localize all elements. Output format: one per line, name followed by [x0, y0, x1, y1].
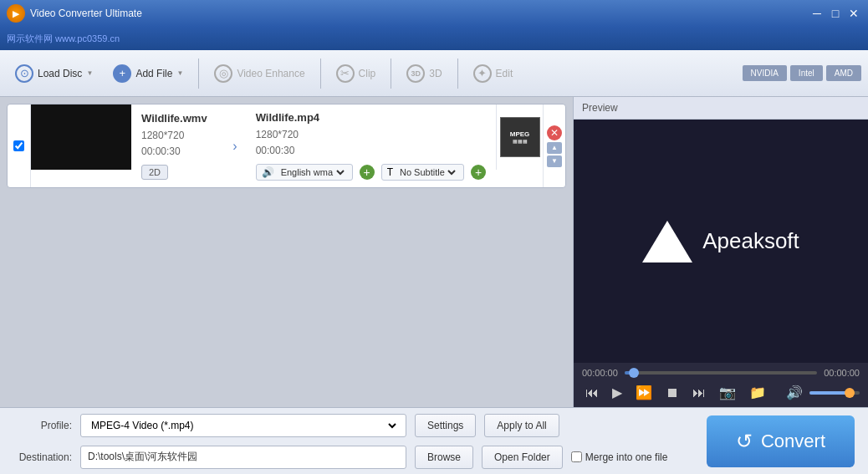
preview-screen: Apeaksoft	[574, 120, 868, 363]
preview-triangle-icon	[642, 221, 692, 262]
preview-brand: Apeaksoft	[702, 228, 799, 254]
progress-bar[interactable]	[625, 371, 817, 375]
titlebar: ▶ Video Converter Ultimate ─ □ ✕	[0, 0, 868, 27]
add-file-icon: +	[113, 64, 131, 83]
merge-checkbox-container: Merge into one file	[571, 451, 668, 463]
progress-thumb[interactable]	[629, 368, 639, 378]
watermark-bar: 网示软件网 www.pc0359.cn	[0, 27, 868, 50]
subtitle-icon: T	[387, 166, 393, 178]
profile-select[interactable]: MPEG-4 Video (*.mp4)	[88, 419, 399, 432]
merge-label: Merge into one file	[585, 451, 668, 463]
convert-button[interactable]: ↺ Convert	[707, 415, 855, 467]
add-file-dropdown[interactable]: ▼	[176, 68, 183, 79]
file-input-name: Wildlife.wmv	[141, 112, 214, 125]
step-back-button[interactable]: ⏮	[582, 384, 602, 402]
threed-button[interactable]: 3D 3D	[398, 59, 450, 88]
audio-select-container[interactable]: 🔊 English wma	[256, 164, 353, 181]
file-input-duration: 00:00:30	[141, 145, 181, 157]
file-item: Wildlife.wmv 1280*720 00:00:30 2D › Wild…	[7, 104, 566, 188]
play-button[interactable]: ▶	[609, 383, 625, 402]
snapshot-button[interactable]: 📷	[716, 383, 739, 402]
add-audio-button[interactable]: +	[360, 165, 375, 180]
file-panel: Wildlife.wmv 1280*720 00:00:30 2D › Wild…	[0, 97, 573, 407]
volume-icon-button[interactable]: 🔊	[783, 383, 806, 402]
file-extras: 2D	[141, 165, 214, 180]
bottom-bar: Profile: MPEG-4 Video (*.mp4) Settings A…	[0, 407, 868, 474]
remove-file-button[interactable]: ✕	[547, 125, 562, 140]
destination-label: Destination:	[13, 451, 72, 463]
volume-bar[interactable]	[809, 391, 860, 395]
fast-forward-button[interactable]: ⏩	[632, 383, 656, 402]
file-output-info: Wildlife.mp4 1280*720 00:00:30 🔊 English…	[246, 104, 496, 187]
toolbar: ⊙ Load Disc ▼ + Add File ▼ ◎ Video Enhan…	[0, 50, 868, 97]
subtitle-select[interactable]: No Subtitle	[396, 166, 458, 178]
step-forward-button[interactable]: ⏭	[689, 384, 709, 402]
add-subtitle-button[interactable]: +	[471, 165, 486, 180]
file-input-info: Wildlife.wmv 1280*720 00:00:30 2D	[131, 104, 224, 187]
edit-label: Edit	[496, 68, 513, 79]
time-bar: 00:00:00 00:00:00	[582, 368, 860, 378]
file-output-extras: 🔊 English wma + T No Subtitle +	[256, 164, 486, 181]
file-output-name: Wildlife.mp4	[256, 111, 486, 124]
clip-button[interactable]: ✂ Clip	[328, 59, 385, 88]
audio-select[interactable]: English wma	[278, 166, 347, 178]
main-area: Wildlife.wmv 1280*720 00:00:30 2D › Wild…	[0, 97, 868, 407]
edit-button[interactable]: ✦ Edit	[465, 59, 522, 88]
preview-controls: 00:00:00 00:00:00 ⏮ ▶ ⏩ ⏹ ⏭ 📷 📁 🔊	[574, 363, 868, 407]
window-controls: ─ □ ✕	[809, 6, 861, 21]
stop-button[interactable]: ⏹	[662, 384, 682, 402]
add-file-button[interactable]: + Add File ▼	[105, 59, 191, 88]
file-checkbox[interactable]	[13, 140, 24, 151]
merge-checkbox[interactable]	[571, 451, 582, 462]
threed-label: 3D	[429, 68, 442, 79]
file-input-meta: 1280*720 00:00:30	[141, 128, 214, 160]
move-down-button[interactable]: ▼	[547, 155, 562, 167]
volume-fill	[809, 391, 850, 395]
load-disc-button[interactable]: ⊙ Load Disc ▼	[7, 59, 101, 88]
time-total: 00:00:00	[824, 368, 860, 378]
gpu-nvidia-button[interactable]: NVIDIA	[743, 65, 787, 81]
toolbar-separator-1	[198, 59, 199, 89]
file-checkbox-area	[8, 104, 31, 187]
apply-all-button[interactable]: Apply to All	[484, 414, 559, 437]
add-file-label: Add File	[135, 68, 172, 79]
profile-row: Profile: MPEG-4 Video (*.mp4) Settings A…	[13, 414, 697, 437]
file-output-duration: 00:00:30	[256, 145, 295, 156]
time-current: 00:00:00	[582, 368, 618, 378]
folder-button[interactable]: 📁	[746, 383, 769, 402]
destination-input[interactable]	[80, 446, 406, 469]
profile-select-container[interactable]: MPEG-4 Video (*.mp4)	[80, 414, 406, 437]
volume-control: 🔊	[783, 383, 860, 402]
video-enhance-button[interactable]: ◎ Video Enhance	[206, 59, 313, 88]
maximize-button[interactable]: □	[828, 6, 843, 21]
open-folder-button[interactable]: Open Folder	[482, 446, 563, 469]
player-buttons: ⏮ ▶ ⏩ ⏹ ⏭ 📷 📁 🔊	[582, 383, 860, 402]
settings-button[interactable]: Settings	[415, 414, 476, 437]
file-output-meta: 1280*720 00:00:30	[256, 127, 486, 159]
volume-thumb[interactable]	[845, 388, 855, 398]
toolbar-separator-2	[320, 59, 321, 89]
gpu-amd-button[interactable]: AMD	[826, 65, 861, 81]
close-button[interactable]: ✕	[846, 6, 861, 21]
mpeg-icon: MPEG ▦▦▦	[500, 117, 540, 157]
subtitle-select-container[interactable]: T No Subtitle	[381, 164, 464, 181]
threed-icon: 3D	[406, 64, 425, 83]
move-up-button[interactable]: ▲	[547, 142, 562, 154]
file-actions: ✕ ▲ ▼	[543, 104, 565, 187]
profile-label: Profile:	[13, 420, 72, 431]
app-logo: ▶	[7, 4, 25, 23]
browse-button[interactable]: Browse	[415, 446, 473, 469]
minimize-button[interactable]: ─	[809, 6, 825, 21]
convert-icon: ↺	[736, 430, 753, 453]
audio-icon: 🔊	[262, 166, 274, 178]
preview-label: Preview	[574, 97, 868, 120]
preview-logo: Apeaksoft	[642, 221, 799, 262]
app-title: Video Converter Ultimate	[30, 8, 809, 19]
load-disc-dropdown[interactable]: ▼	[86, 68, 93, 79]
convert-label: Convert	[761, 431, 825, 452]
file-output-thumbnail: MPEG ▦▦▦	[496, 104, 543, 170]
bottom-left: Profile: MPEG-4 Video (*.mp4) Settings A…	[13, 414, 697, 469]
edit-icon: ✦	[473, 64, 492, 83]
destination-row: Destination: Browse Open Folder Merge in…	[13, 446, 697, 469]
gpu-intel-button[interactable]: Intel	[790, 65, 823, 81]
